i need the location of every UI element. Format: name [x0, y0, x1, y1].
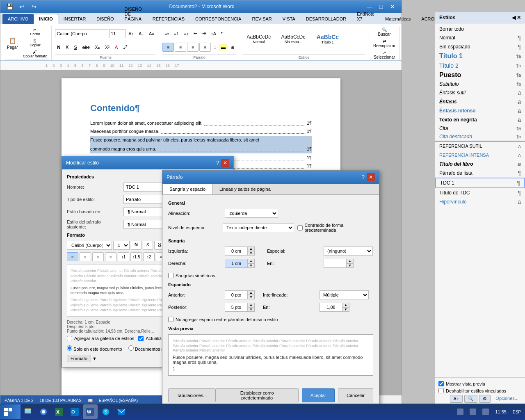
style-subtitle[interactable]: AaBbCcE Subtítulo [311, 53, 344, 53]
format-font-select[interactable]: Calibri (Cuerpo) [67, 241, 112, 250]
right-indent-up[interactable]: ▲ [247, 259, 255, 263]
replace-button[interactable]: ⇄ Reemplazar [372, 38, 397, 49]
font-size-input[interactable] [109, 29, 126, 38]
style-item-ref-intensa[interactable]: REFERENCIA INTENSA a [435, 151, 525, 160]
align-center-button[interactable]: ≡ [175, 43, 186, 52]
format-paint-button[interactable]: 🖌 Copiar formato [21, 49, 49, 59]
at-input[interactable] [320, 303, 342, 312]
style-item-cita[interactable]: Cita ¶a [435, 124, 525, 132]
no-add-space-checkbox[interactable]: No agregar espacio entre párrafos del mi… [168, 317, 373, 322]
tab-insertar[interactable]: INSERTAR [58, 14, 91, 24]
close-button[interactable]: ✕ [387, 2, 398, 11]
disable-linked-input[interactable] [438, 388, 444, 393]
line-space3-mod[interactable]: ↕2 [143, 252, 155, 261]
outline-select[interactable]: Texto independiente [223, 223, 294, 232]
quick-access-undo[interactable]: ↩ [16, 2, 27, 11]
before-down[interactable]: ▼ [247, 295, 255, 299]
tab-archivo[interactable]: ARCHIVO [2, 14, 34, 24]
style-clear[interactable]: Borrar todo [435, 25, 525, 33]
style-normal[interactable]: AaBbCcDc Normal [242, 27, 275, 51]
strikethrough-button[interactable]: abc [80, 44, 92, 50]
increase-indent-button[interactable]: ⇥ [200, 30, 208, 37]
bullet-list-button[interactable]: ≡• [162, 30, 171, 37]
left-indent-up[interactable]: ▲ [247, 247, 255, 251]
mirror-indent-input[interactable] [168, 273, 173, 278]
new-style-button[interactable]: A+ [450, 395, 463, 403]
left-indent-input[interactable] [225, 247, 247, 256]
special-select[interactable]: (ninguno) [324, 247, 373, 256]
by-input[interactable] [324, 259, 346, 268]
format-italic-btn[interactable]: K [143, 241, 153, 250]
tab-matematicas[interactable]: Matemáticas [380, 14, 416, 24]
alignment-select[interactable]: Izquierda [225, 209, 278, 218]
after-down[interactable]: ▼ [247, 307, 255, 312]
collapsed-input[interactable] [297, 225, 303, 231]
justify-button[interactable]: ≡ [199, 43, 211, 52]
format-button[interactable]: Formato [67, 355, 91, 362]
before-input[interactable] [225, 290, 247, 299]
line-space2-mod[interactable]: ↕1.5 [130, 252, 142, 261]
multilevel-list-button[interactable]: ≡↕ [182, 30, 191, 37]
format-size-select[interactable]: 11 [113, 241, 130, 250]
set-default-button[interactable]: Establecer como predeterminado [215, 388, 299, 402]
manage-styles-button[interactable]: ⚙ [479, 395, 491, 403]
sort-button[interactable]: ↕A [209, 30, 218, 37]
before-up[interactable]: ▲ [247, 290, 255, 295]
style-item-enfasis[interactable]: Énfasis a [435, 97, 525, 106]
tab-lines-breaks[interactable]: Líneas y saltos de página [212, 184, 278, 194]
tab-indent-space[interactable]: Sangría y espacio [162, 184, 212, 194]
tab-disenio[interactable]: DISEÑO [91, 14, 119, 24]
style-item-hipervinculo[interactable]: Hipervínculo a [435, 197, 525, 206]
style-puesto[interactable]: AaBl Puesto [277, 53, 310, 53]
superscript-button[interactable]: X² [103, 44, 112, 50]
align-right-button[interactable]: ≡ [187, 43, 199, 52]
taskbar-mail[interactable] [114, 404, 129, 419]
numbered-list-button[interactable]: ≡1 [172, 30, 181, 37]
select-button[interactable]: ↗ Seleccionar [372, 50, 397, 60]
tab-correspondencia[interactable]: CORRESPONDENCIA [190, 14, 247, 24]
borders-button[interactable]: ⊞ [228, 44, 236, 51]
font-name-input[interactable] [55, 29, 108, 38]
by-down[interactable]: ▼ [346, 263, 354, 268]
taskbar-excel[interactable]: X [52, 404, 66, 419]
highlight-button[interactable]: 🖍 [121, 44, 130, 50]
tab-endnote[interactable]: EndNote X7 [352, 9, 380, 24]
style-item-subtitulo[interactable]: Subtítulo ¶a [435, 80, 525, 88]
after-up[interactable]: ▲ [247, 303, 255, 307]
disable-linked-checkbox[interactable]: Deshabilitar estilos vinculados [438, 388, 522, 393]
style-item-enfasis-sutil[interactable]: Énfasis sutil a [435, 88, 525, 97]
style-item-puesto[interactable]: Puesto ¶a [435, 70, 525, 80]
at-down[interactable]: ▼ [342, 307, 349, 312]
styles-panel-back-icon[interactable]: ◀ [512, 15, 516, 21]
taskbar-outlook[interactable]: O [67, 404, 82, 419]
style-item-titulo2[interactable]: Título 2 ¶a [435, 61, 525, 70]
collapsed-checkbox[interactable]: Contraído de forma predeterminada [297, 223, 374, 233]
style-item-no-space[interactable]: Sin espaciado ¶ [435, 42, 525, 51]
ok-button[interactable]: Aceptar [302, 388, 335, 402]
style-title1[interactable]: AaBbCc Título 1 [311, 27, 344, 51]
line-spacing-button[interactable]: ↕ [212, 44, 218, 50]
search-button[interactable]: 🔍 Buscar [376, 27, 392, 37]
at-up[interactable]: ▲ [342, 303, 349, 307]
cut-button[interactable]: ✂ Cortar [21, 27, 49, 37]
justify-mod[interactable]: ≡ [105, 252, 116, 261]
style-item-enfasis-intenso[interactable]: Énfasis intenso a [435, 106, 525, 115]
styles-panel-close-icon[interactable]: ✕ [517, 15, 521, 21]
italic-button[interactable]: K [64, 44, 71, 50]
decrease-font-button[interactable]: A↓ [137, 30, 146, 37]
no-add-space-input[interactable] [168, 317, 173, 322]
start-button[interactable] [0, 404, 21, 419]
taskbar-skype[interactable]: S [98, 404, 113, 419]
para-close-button[interactable]: ✕ [367, 173, 375, 181]
style-title2[interactable]: AaBbCcE Título 2 [242, 53, 275, 53]
line-space-mod[interactable]: ↕1 [118, 252, 129, 261]
tab-revisar[interactable]: REVISAR [247, 14, 277, 24]
align-left-mod[interactable]: ≡ [67, 252, 78, 261]
format-bold-btn[interactable]: N [131, 241, 142, 250]
style-item-normal[interactable]: Normal ¶ [435, 33, 525, 42]
paste-button[interactable]: 📋 Pegar [5, 34, 21, 51]
tabs-button[interactable]: Tabulaciones... [168, 388, 215, 402]
taskbar-word[interactable]: W [83, 404, 98, 419]
bold-button[interactable]: N [55, 44, 62, 50]
align-left-button[interactable]: ≡ [162, 43, 174, 52]
